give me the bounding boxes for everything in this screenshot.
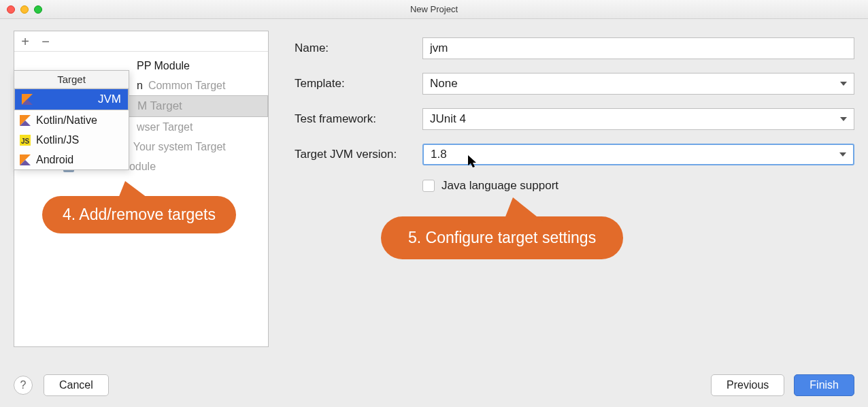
test-framework-row: Test framework: JUnit 4 xyxy=(295,108,854,130)
svg-text:JS: JS xyxy=(21,137,30,145)
popup-item-jvm[interactable]: JVM xyxy=(14,88,129,110)
chevron-down-icon xyxy=(839,152,846,157)
tree-label: M Target xyxy=(137,99,182,113)
annotation-text: 4. Add/remove targets xyxy=(63,206,216,223)
popup-item-native[interactable]: Kotlin/Native xyxy=(14,110,129,130)
tree-sublabel: Your system Target xyxy=(133,141,226,153)
window-title: New Project xyxy=(0,4,868,14)
annotation-tail xyxy=(117,181,152,201)
tree-label: wser Target xyxy=(137,121,193,133)
cancel-button[interactable]: Cancel xyxy=(44,374,109,396)
kotlin-js-icon: JS xyxy=(20,135,31,146)
popup-item-js[interactable]: JS Kotlin/JS xyxy=(14,130,129,150)
kotlin-icon xyxy=(20,154,31,165)
java-support-label: Java language support xyxy=(441,179,558,193)
test-framework-label: Test framework: xyxy=(295,112,422,126)
target-settings-form: Name: Template: None Test framework: JUn… xyxy=(295,37,854,193)
template-label: Template: xyxy=(295,77,422,91)
help-button[interactable]: ? xyxy=(14,376,33,395)
jvm-version-label: Target JVM version: xyxy=(295,148,422,161)
tree-sublabel: Common Target xyxy=(148,80,226,92)
previous-button[interactable]: Previous xyxy=(711,374,784,396)
jvm-version-value: 1.8 xyxy=(431,148,447,161)
annotation-4: 4. Add/remove targets xyxy=(42,196,236,233)
popup-label: JVM xyxy=(98,93,121,106)
template-row: Template: None xyxy=(295,73,854,95)
finish-button[interactable]: Finish xyxy=(794,374,854,396)
titlebar: New Project xyxy=(0,0,868,19)
java-support-row: Java language support xyxy=(422,179,854,193)
popup-header: Target xyxy=(14,71,129,88)
template-select[interactable]: None xyxy=(422,73,854,95)
kotlin-icon xyxy=(20,115,31,126)
tree-label: PP Module xyxy=(137,60,190,72)
mouse-cursor-icon xyxy=(468,155,479,169)
annotation-text: 5. Configure target settings xyxy=(408,229,596,246)
name-label: Name: xyxy=(295,42,422,55)
jvm-version-select[interactable]: 1.8 xyxy=(422,144,854,165)
remove-target-button[interactable]: − xyxy=(40,36,51,47)
name-row: Name: xyxy=(295,37,854,59)
popup-label: Android xyxy=(36,154,73,166)
annotation-tail xyxy=(503,197,544,222)
popup-item-android[interactable]: Android xyxy=(14,150,129,169)
name-input[interactable] xyxy=(422,37,854,59)
annotation-5: 5. Configure target settings xyxy=(381,216,623,259)
dialog-footer: ? Cancel Previous Finish xyxy=(14,372,854,399)
kotlin-icon xyxy=(22,94,33,105)
popup-label: Kotlin/Native xyxy=(36,114,97,127)
popup-label: Kotlin/JS xyxy=(36,134,79,146)
tree-label: n xyxy=(137,80,143,92)
template-value: None xyxy=(430,77,458,91)
targets-toolbar: + − xyxy=(14,31,268,52)
test-framework-select[interactable]: JUnit 4 xyxy=(422,108,854,130)
target-type-popup: Target JVM Kotlin/Native JS Kotlin/JS An… xyxy=(14,70,129,170)
jvm-version-row: Target JVM version: 1.8 xyxy=(295,144,854,165)
test-framework-value: JUnit 4 xyxy=(430,112,466,126)
chevron-down-icon xyxy=(840,82,847,86)
add-target-button[interactable]: + xyxy=(20,36,31,47)
java-support-checkbox[interactable] xyxy=(422,180,435,192)
chevron-down-icon xyxy=(840,117,847,121)
